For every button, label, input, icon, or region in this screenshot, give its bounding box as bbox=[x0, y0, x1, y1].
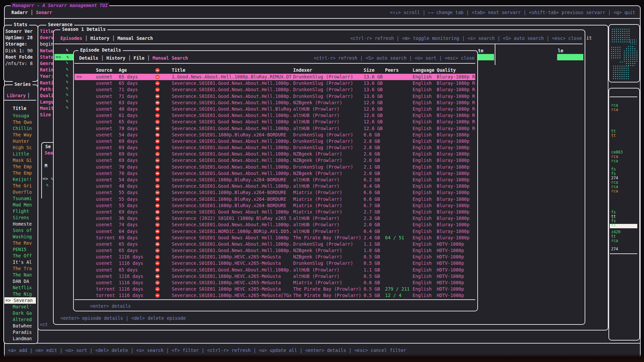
series-list-item[interactable]: The Qwa bbox=[4, 119, 36, 125]
release-row[interactable]: usenet65 daysSeverance S01E01 Good News … bbox=[74, 119, 475, 125]
release-row[interactable]: usenet70 daysSeverance.S01E01.Good.News.… bbox=[74, 170, 475, 177]
tab-library[interactable]: Library bbox=[7, 93, 26, 98]
column-header-indexer[interactable]: Indexer bbox=[293, 67, 312, 73]
release-row[interactable]: usenet1116 daysSeverance.S01E01.1080p.HE… bbox=[74, 254, 475, 260]
series-list-item[interactable]: The Emp bbox=[4, 170, 36, 176]
release-row[interactable]: usenet48 daysSeverance.S01E01.Good.News.… bbox=[74, 183, 475, 189]
release-row[interactable]: usenet69 daysSeverance S01E01 Good News … bbox=[74, 209, 475, 215]
cell-age: 69 days bbox=[119, 151, 138, 157]
series-list-item[interactable]: Tsunami bbox=[4, 195, 36, 202]
release-row[interactable]: usenet69 daysSeverance.S01E01.Good.News.… bbox=[74, 151, 475, 157]
release-row[interactable]: usenet55 daysSeverance.S01E01.1080p.BluR… bbox=[74, 189, 475, 196]
series-list-item[interactable]: It's Al bbox=[4, 259, 36, 265]
series-list-item[interactable]: Keijo!! bbox=[4, 176, 36, 183]
series-list-item[interactable]: The Way bbox=[4, 132, 36, 138]
series-list-item[interactable]: Batwhee bbox=[4, 323, 36, 329]
series-list-item[interactable]: Overflo bbox=[4, 189, 36, 195]
release-row[interactable]: usenet70 daysSeverance.S01E01.Good.News.… bbox=[74, 164, 475, 170]
rejected-icon bbox=[155, 281, 160, 285]
tab-episode-history[interactable]: History bbox=[106, 55, 125, 61]
series-list-item[interactable]: Paradis bbox=[4, 329, 36, 336]
tab-details[interactable]: Details bbox=[79, 55, 98, 61]
release-row[interactable]: usenet1116 daysSeverance.S01E01.1080p.HE… bbox=[74, 273, 475, 280]
series-list-item[interactable]: Sirens bbox=[4, 215, 36, 221]
series-list-item[interactable]: The Emp bbox=[4, 164, 36, 170]
series-list-item[interactable]: DAN DA bbox=[4, 278, 36, 285]
release-row[interactable]: usenet65 daysSeverance.S01E01.Good.News.… bbox=[74, 267, 475, 273]
column-header-quality[interactable]: Quality bbox=[437, 67, 456, 73]
series-list-item[interactable]: The Rev bbox=[4, 240, 36, 246]
release-row[interactable]: usenet69 daysSeverance.S01E01.Good.News.… bbox=[74, 144, 475, 151]
release-row[interactable]: usenet55 daysSeverance.S01E01.1080p.BluR… bbox=[74, 202, 475, 209]
column-header-age[interactable]: Age bbox=[119, 67, 127, 73]
series-list-item[interactable]: Sons of bbox=[4, 227, 36, 234]
release-row[interactable]: torrent1116 daysSeverance.S01E01.1080p.H… bbox=[74, 292, 475, 299]
release-row[interactable]: usenet65 daysSeverance.S01E01.Good.News.… bbox=[74, 241, 475, 247]
column-header-language[interactable]: Language bbox=[413, 67, 434, 73]
series-list-item[interactable]: Marvel' bbox=[4, 304, 36, 310]
release-row[interactable]: usenet61 daysSeverance.S01E01.Good.News.… bbox=[74, 112, 475, 119]
series-list-item[interactable]: Dark Ga bbox=[4, 310, 36, 316]
release-row[interactable]: torrent1116 daysSeverance S01E01 1080p H… bbox=[74, 286, 475, 292]
release-row[interactable]: usenet1116 daysSeverance.S01E01.1080p.HE… bbox=[74, 260, 475, 266]
series-list-item[interactable]: Little bbox=[4, 151, 36, 157]
release-row[interactable]: usenet71 daysSeverance.S01E01.Good.News.… bbox=[74, 93, 475, 100]
series-list-item[interactable]: The Off bbox=[4, 253, 36, 259]
series-list-item[interactable]: Hunter bbox=[4, 138, 36, 144]
series-list-item[interactable]: Chillin bbox=[4, 125, 36, 132]
release-row[interactable]: usenet64 daysSeverance.S01E01.NORDiC.108… bbox=[74, 228, 475, 235]
release-row[interactable]: usenet78 daysSeverance.S01E01.Good.News.… bbox=[74, 125, 475, 132]
severance-field-label: begin bbox=[40, 41, 55, 47]
series-list-item[interactable]: The Nig bbox=[4, 291, 36, 297]
tab-season-history[interactable]: History bbox=[90, 36, 109, 41]
series-list-item[interactable]: The Tra bbox=[4, 265, 36, 272]
release-row[interactable]: usenet69 daysSeverance.S01E01.Good.News.… bbox=[74, 138, 475, 144]
series-list-item[interactable]: The Nan bbox=[4, 272, 36, 278]
series-list-item[interactable]: High Sc bbox=[4, 144, 36, 151]
release-row[interactable]: usenet63 daysSeverance.S01E01.Good.News.… bbox=[74, 100, 475, 106]
tab-radarr[interactable]: Radarr bbox=[11, 10, 28, 15]
series-list-item[interactable]: Flight bbox=[4, 208, 36, 215]
cell-size: 2.0 GB bbox=[364, 170, 380, 177]
release-row[interactable]: usenet74 daysSeverance.S01E01.Good.News.… bbox=[74, 222, 475, 228]
tab-season-manual-search[interactable]: Manual Search bbox=[117, 36, 153, 41]
selected-episode-row[interactable]: => ✎ bbox=[54, 54, 74, 60]
release-row[interactable]: usenet54 daysSeverance.S01E01.1080p.BluR… bbox=[74, 132, 475, 138]
column-header-size[interactable]: Size bbox=[364, 67, 375, 73]
column-header-source[interactable]: Source bbox=[96, 67, 112, 73]
release-row[interactable]: torrent69 daysSeverance S01E01 Good News… bbox=[74, 235, 475, 241]
cell-quality: Bluray-1080p bbox=[437, 164, 475, 170]
tab-sonarr[interactable]: Sonarr bbox=[36, 10, 52, 15]
cell-source: usenet bbox=[96, 209, 112, 215]
series-list-item[interactable]: Altered bbox=[4, 316, 36, 323]
column-header-title[interactable]: Title bbox=[172, 67, 185, 73]
series-list-item[interactable]: Yosuga bbox=[4, 113, 36, 119]
release-row[interactable]: =>usenet65 days1.Good.News.About.Hell.10… bbox=[74, 74, 475, 80]
release-row[interactable]: usenet36 daysSeverance (2022) S01E01 (10… bbox=[74, 215, 475, 222]
release-row[interactable]: usenet69 daysSeverance.S01E01.Good.News.… bbox=[74, 157, 475, 164]
series-list-item[interactable]: Washing bbox=[4, 234, 36, 240]
release-row[interactable]: usenet54 daysSeverance.S01E01.1080p.BluR… bbox=[74, 177, 475, 183]
tab-episodes[interactable]: Episodes bbox=[60, 36, 82, 41]
release-row[interactable]: usenet65 daysSeverance.S01E01.Good.News.… bbox=[74, 80, 475, 86]
release-row[interactable]: usenet1116 daysSeverance.S01E01.1080p.HE… bbox=[74, 280, 475, 286]
release-row[interactable]: usenet40 daysSeverance.S01E01.Good.News.… bbox=[74, 106, 475, 112]
series-list-item[interactable]: The Gri bbox=[4, 183, 36, 189]
cell-quality: HDTV-1080p bbox=[437, 247, 475, 254]
series-list-item[interactable]: Homeste bbox=[4, 221, 36, 227]
release-row[interactable]: usenet71 daysSeverance.S01E01.Good.News.… bbox=[74, 86, 475, 93]
cell-language: English bbox=[413, 286, 432, 292]
series-list-item[interactable]: Netflix bbox=[4, 285, 36, 291]
series-list-item[interactable]: Mad Men bbox=[4, 202, 36, 208]
seasons-selected-fragment[interactable]: => ✎ bbox=[43, 176, 54, 182]
tab-manual-search[interactable]: Manual Search bbox=[153, 55, 188, 61]
column-header-peers[interactable]: Peers bbox=[385, 67, 399, 73]
series-list-item[interactable]: PEN15 bbox=[4, 246, 36, 253]
release-row[interactable]: usenet65 daysSeverance.S01E01.Good.News.… bbox=[74, 247, 475, 254]
series-list-item[interactable]: => Severan bbox=[4, 297, 36, 304]
release-row[interactable]: usenet55 daysSeverance.S01E01.1080p.BluR… bbox=[74, 196, 475, 202]
stats-line: /nfs/tv: 8 bbox=[5, 60, 36, 67]
series-list-item[interactable]: Landman bbox=[4, 336, 36, 342]
tab-file[interactable]: File bbox=[133, 55, 145, 61]
series-list-item[interactable]: Mask Gi bbox=[4, 157, 36, 164]
